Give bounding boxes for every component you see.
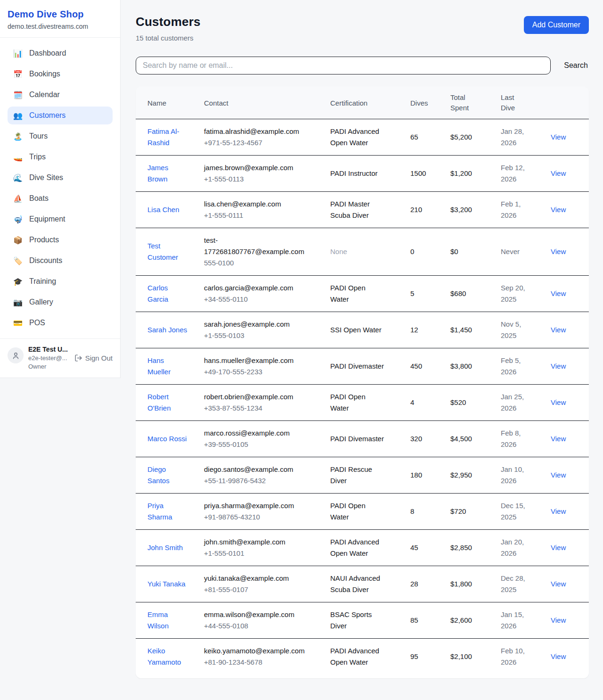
sidebar-item-dive-sites[interactable]: 🌊 Dive Sites bbox=[8, 169, 113, 187]
customer-name-link[interactable]: James Brown bbox=[147, 164, 168, 183]
table-row: Diego Santos diego.santos@example.com +5… bbox=[136, 457, 589, 494]
discounts-icon: 🏷️ bbox=[13, 256, 23, 265]
customer-certification: PADI Instructor bbox=[330, 156, 410, 192]
customer-last-dive: Feb 8, 2026 bbox=[501, 421, 551, 457]
customer-dives: 4 bbox=[410, 385, 450, 421]
customer-dives: 1500 bbox=[410, 156, 450, 192]
customer-name-link[interactable]: John Smith bbox=[147, 544, 183, 552]
customer-certification: PADI Master Scuba Diver bbox=[330, 192, 410, 228]
customer-name-link[interactable]: Fatima Al-Rashid bbox=[147, 127, 179, 147]
customer-last-dive: Dec 28, 2025 bbox=[501, 566, 551, 602]
table-row: Keiko Yamamoto keiko.yamamoto@example.co… bbox=[136, 639, 589, 679]
bookings-icon: 📅 bbox=[13, 70, 23, 79]
sidebar-item-customers[interactable]: 👥 Customers bbox=[8, 107, 113, 124]
search-input[interactable] bbox=[136, 57, 551, 74]
sidebar-item-boats[interactable]: ⛵ Boats bbox=[8, 189, 113, 207]
sidebar: Demo Dive Shop demo.test.divestreams.com… bbox=[0, 0, 121, 378]
trips-icon: 🚤 bbox=[13, 153, 23, 162]
view-link[interactable]: View bbox=[551, 544, 566, 552]
table-row: James Brown james.brown@example.com +1-5… bbox=[136, 156, 589, 192]
customer-name-link[interactable]: Test Customer bbox=[147, 242, 178, 261]
view-link[interactable]: View bbox=[551, 326, 566, 334]
sidebar-item-pos[interactable]: 💳 POS bbox=[8, 314, 113, 332]
customer-dives: 0 bbox=[410, 228, 450, 276]
view-link[interactable]: View bbox=[551, 580, 566, 588]
table-row: Yuki Tanaka yuki.tanaka@example.com +81-… bbox=[136, 566, 589, 602]
customer-phone: +1-555-0111 bbox=[204, 210, 308, 221]
customer-phone: +39-555-0105 bbox=[204, 439, 308, 450]
column-header-actions bbox=[551, 87, 589, 119]
view-link[interactable]: View bbox=[551, 435, 566, 443]
sidebar-item-equipment[interactable]: 🤿 Equipment bbox=[8, 210, 113, 228]
customer-certification: PADI Open Water bbox=[330, 385, 410, 421]
customer-name-link[interactable]: Emma Wilson bbox=[147, 610, 169, 630]
total-customers-count: 15 total customers bbox=[136, 34, 201, 42]
customer-dives: 210 bbox=[410, 192, 450, 228]
view-link[interactable]: View bbox=[551, 471, 566, 479]
customer-email: priya.sharma@example.com bbox=[204, 500, 308, 511]
customer-total-spent: $2,950 bbox=[450, 457, 501, 494]
table-row: Sarah Jones sarah.jones@example.com +1-5… bbox=[136, 312, 589, 348]
customer-certification: PADI Divemaster bbox=[330, 348, 410, 385]
customer-phone: +34-555-0110 bbox=[204, 294, 308, 305]
view-link[interactable]: View bbox=[551, 362, 566, 370]
sidebar-item-dashboard[interactable]: 📊 Dashboard bbox=[8, 44, 113, 62]
sidebar-item-calendar[interactable]: 🗓️ Calendar bbox=[8, 86, 113, 104]
customer-total-spent: $2,100 bbox=[450, 639, 501, 679]
view-link[interactable]: View bbox=[551, 289, 566, 297]
customer-name-link[interactable]: Carlos Garcia bbox=[147, 284, 168, 303]
view-link[interactable]: View bbox=[551, 398, 566, 406]
person-icon bbox=[11, 351, 20, 360]
sidebar-item-training[interactable]: 🎓 Training bbox=[8, 272, 113, 290]
sidebar-item-products[interactable]: 📦 Products bbox=[8, 231, 113, 249]
customer-dives: 12 bbox=[410, 312, 450, 348]
customer-last-dive: Feb 12, 2026 bbox=[501, 156, 551, 192]
customer-phone: +353-87-555-1234 bbox=[204, 403, 308, 414]
customer-name-link[interactable]: Diego Santos bbox=[147, 465, 170, 485]
customer-name-link[interactable]: Keiko Yamamoto bbox=[147, 647, 181, 666]
customer-name-link[interactable]: Yuki Tanaka bbox=[147, 580, 186, 588]
customer-certification: PADI Open Water bbox=[330, 276, 410, 312]
add-customer-button[interactable]: Add Customer bbox=[524, 16, 589, 34]
customer-total-spent: $680 bbox=[450, 276, 501, 312]
customer-certification: NAUI Advanced Scuba Diver bbox=[330, 566, 410, 602]
customer-name-link[interactable]: Robert O'Brien bbox=[147, 393, 171, 412]
view-link[interactable]: View bbox=[551, 247, 566, 255]
customer-name-link[interactable]: Priya Sharma bbox=[147, 502, 172, 521]
view-link[interactable]: View bbox=[551, 133, 566, 141]
customer-name-link[interactable]: Sarah Jones bbox=[147, 326, 187, 334]
search-button[interactable]: Search bbox=[563, 58, 589, 74]
customers-icon: 👥 bbox=[13, 111, 23, 120]
customer-last-dive: Feb 10, 2026 bbox=[501, 639, 551, 679]
customer-email: sarah.jones@example.com bbox=[204, 319, 308, 330]
customer-total-spent: $0 bbox=[450, 228, 501, 276]
customer-certification: PADI Advanced Open Water bbox=[330, 639, 410, 679]
brand-title[interactable]: Demo Dive Shop bbox=[8, 9, 113, 20]
view-link[interactable]: View bbox=[551, 206, 566, 214]
sidebar-item-gallery[interactable]: 📷 Gallery bbox=[8, 293, 113, 311]
customer-dives: 45 bbox=[410, 530, 450, 566]
customer-name-link[interactable]: Lisa Chen bbox=[147, 206, 179, 214]
table-row: Carlos Garcia carlos.garcia@example.com … bbox=[136, 276, 589, 312]
customer-name-link[interactable]: Marco Rossi bbox=[147, 435, 187, 443]
table-header-row: Name Contact Certification Dives Total S… bbox=[136, 87, 589, 119]
customer-total-spent: $2,600 bbox=[450, 602, 501, 639]
sidebar-item-trips[interactable]: 🚤 Trips bbox=[8, 148, 113, 166]
sidebar-nav: 📊 Dashboard 📅 Bookings 🗓️ Calendar 👥 Cus… bbox=[0, 38, 120, 338]
view-link[interactable]: View bbox=[551, 507, 566, 515]
table-row: John Smith john.smith@example.com +1-555… bbox=[136, 530, 589, 566]
customer-last-dive: Sep 20, 2025 bbox=[501, 276, 551, 312]
sidebar-item-tours[interactable]: 🏝️ Tours bbox=[8, 127, 113, 145]
sign-out-button[interactable]: Sign Out bbox=[74, 354, 113, 362]
customer-phone: 555-0100 bbox=[204, 257, 308, 269]
sidebar-item-bookings[interactable]: 📅 Bookings bbox=[8, 65, 113, 83]
customer-total-spent: $2,850 bbox=[450, 530, 501, 566]
customer-certification: PADI Divemaster bbox=[330, 421, 410, 457]
view-link[interactable]: View bbox=[551, 652, 566, 660]
sidebar-item-discounts[interactable]: 🏷️ Discounts bbox=[8, 252, 113, 270]
customer-name-link[interactable]: Hans Mueller bbox=[147, 356, 171, 376]
view-link[interactable]: View bbox=[551, 616, 566, 624]
view-link[interactable]: View bbox=[551, 169, 566, 177]
customer-email: carlos.garcia@example.com bbox=[204, 282, 308, 294]
table-row: Marco Rossi marco.rossi@example.com +39-… bbox=[136, 421, 589, 457]
